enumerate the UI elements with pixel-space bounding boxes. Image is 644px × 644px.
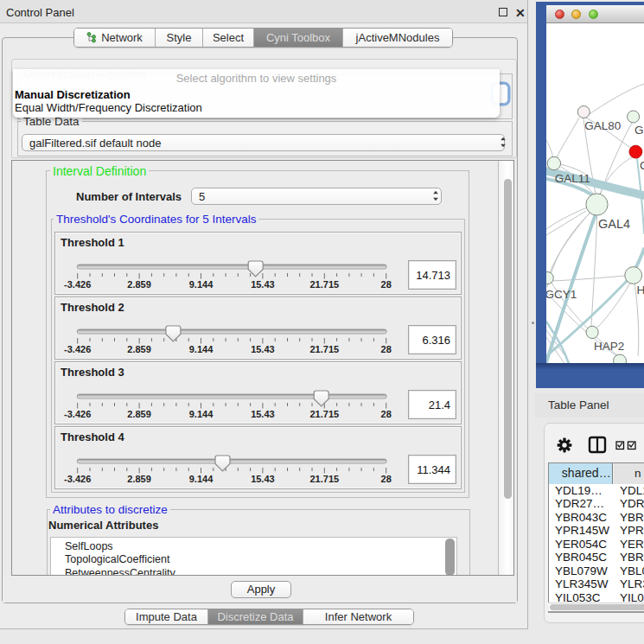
svg-text:2.859: 2.859: [127, 279, 151, 290]
svg-text:HAP2: HAP2: [594, 340, 624, 353]
svg-text:2.859: 2.859: [127, 409, 151, 419]
svg-text:-3.426: -3.426: [64, 344, 91, 354]
svg-text:15.43: 15.43: [251, 409, 275, 419]
svg-text:-3.426: -3.426: [64, 279, 91, 290]
svg-text:G.: G.: [634, 124, 644, 137]
svg-text:GAL80: GAL80: [584, 119, 621, 132]
svg-text:GAL4: GAL4: [598, 217, 630, 231]
svg-text:28: 28: [381, 409, 392, 419]
svg-text:GCY1: GCY1: [546, 288, 577, 301]
svg-text:28: 28: [381, 344, 392, 354]
svg-text:H: H: [637, 284, 644, 296]
svg-text:9.144: 9.144: [189, 474, 214, 484]
svg-text:21.715: 21.715: [309, 279, 339, 290]
svg-text:2.859: 2.859: [127, 344, 151, 354]
svg-text:28: 28: [381, 279, 392, 290]
svg-text:C: C: [640, 159, 644, 172]
svg-text:-3.426: -3.426: [64, 409, 91, 419]
svg-text:21.715: 21.715: [309, 344, 339, 354]
svg-text:9.144: 9.144: [189, 344, 214, 354]
svg-text:15.43: 15.43: [251, 279, 275, 290]
svg-text:21.715: 21.715: [309, 474, 339, 484]
svg-text:9.144: 9.144: [189, 279, 214, 290]
svg-text:2.859: 2.859: [127, 474, 151, 484]
svg-text:15.43: 15.43: [251, 344, 275, 354]
svg-text:-3.426: -3.426: [64, 474, 91, 484]
svg-text:9.144: 9.144: [189, 409, 214, 419]
svg-text:21.715: 21.715: [309, 409, 339, 419]
svg-text:GAL11: GAL11: [555, 172, 590, 185]
svg-text:15.43: 15.43: [251, 474, 275, 484]
svg-text:28: 28: [381, 474, 392, 484]
